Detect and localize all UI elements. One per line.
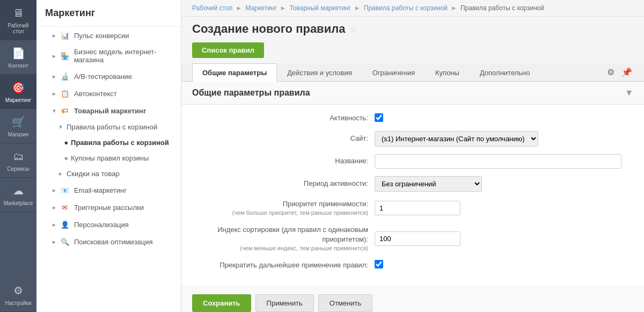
period-select[interactable]: Без ограничений [375, 176, 482, 192]
site-label: Сайт: [192, 134, 375, 143]
tab-extra[interactable]: Дополнительно [470, 63, 540, 82]
marketplace-icon: ☁ [11, 183, 26, 198]
form-row-name: Название: [192, 154, 633, 169]
pulse-icon: 📊 [60, 31, 70, 40]
desktop-icon: 🖥 [11, 5, 26, 20]
site-select[interactable]: (s1) Интернет-магазин (Сайт по умолчанию… [375, 131, 538, 147]
sort-label: Индекс сортировки (для правил с одинаков… [192, 225, 375, 253]
services-icon: 🗂 [11, 149, 26, 164]
nav-item-discounts[interactable]: ► Скидки на товар [36, 166, 181, 182]
sidebar-item-marketing[interactable]: 🎯 Маркетинг [0, 75, 36, 109]
breadcrumb-marketing[interactable]: Маркетинг [245, 4, 276, 12]
tab-actions[interactable]: Действия и условия [277, 63, 362, 82]
activity-checkbox[interactable] [375, 113, 383, 122]
autocontext-icon: 📋 [60, 89, 70, 98]
sidebar-label-desktop: Рабочий стол [3, 23, 34, 34]
breadcrumb-cart-rules[interactable]: Правила работы с корзиной [364, 4, 448, 12]
arrow-icon: ▼ [58, 124, 63, 130]
stop-control [375, 260, 621, 270]
breadcrumb-current: Правила работы с корзиной [460, 4, 544, 12]
sidebar-item-marketplace[interactable]: ☁ Marketplace [0, 178, 36, 212]
stop-checkbox[interactable] [375, 260, 383, 269]
nav-item-autocontext[interactable]: ► 📋 Автоконтекст [36, 85, 181, 102]
nav-item-ab[interactable]: ► 🔬 А/В-тестирование [36, 68, 181, 85]
sidebar-item-desktop[interactable]: 🖥 Рабочий стол [0, 0, 36, 40]
nav-item-trigger-mail[interactable]: ► ✉ Триггерные рассылки [36, 199, 181, 216]
form-row-priority: Приоритет применимости: (чем больше прио… [192, 199, 633, 217]
ab-icon: 🔬 [60, 71, 70, 81]
tab-coupons[interactable]: Купоны [425, 63, 470, 82]
stop-label: Прекратить дальнейшее применение правил: [192, 260, 375, 270]
tab-limits[interactable]: Ограничения [362, 63, 425, 82]
activity-control [375, 113, 621, 124]
shop-icon: 🛒 [11, 114, 26, 129]
section-title: Общие параметры правила [192, 88, 310, 98]
bizmodel-icon: 🏪 [60, 51, 70, 61]
breadcrumb-sep-1: ► [236, 4, 242, 12]
sort-control [375, 231, 621, 246]
nav-item-seo[interactable]: ► 🔍 Поисковая оптимизация [36, 233, 181, 250]
sidebar-item-settings[interactable]: ⚙ Настройки [0, 278, 36, 312]
form-row-period: Период активности: Без ограничений [192, 176, 633, 192]
breadcrumb-sep-2: ► [280, 4, 287, 12]
site-control: (s1) Интернет-магазин (Сайт по умолчанию… [375, 131, 621, 147]
tab-general[interactable]: Общие параметры [192, 63, 277, 82]
breadcrumb: Рабочий стол ► Маркетинг ► Товарный марк… [181, 0, 644, 17]
arrow-icon: ► [58, 171, 63, 177]
name-input[interactable] [375, 154, 621, 169]
form-actions: Сохранить Применить Отменить [181, 286, 644, 312]
arrow-icon: ► [52, 74, 57, 79]
sidebar-item-content[interactable]: 📄 Контент [0, 40, 36, 75]
activity-label: Активность: [192, 113, 375, 123]
breadcrumb-sep-3: ► [354, 4, 361, 12]
cancel-button[interactable]: Отменить [318, 294, 372, 312]
dot-icon: ■ [64, 155, 68, 161]
breadcrumb-product-marketing[interactable]: Товарный маркетинг [289, 4, 350, 12]
nav-tree: Маркетинг ► 📊 Пульс конверсии ► 🏪 Бизнес… [36, 0, 181, 312]
pin-icon[interactable]: 📌 [620, 66, 633, 79]
sidebar-item-shop[interactable]: 🛒 Магазин [0, 109, 36, 143]
collapse-icon[interactable]: ▼ [625, 88, 633, 98]
apply-button[interactable]: Применить [255, 294, 314, 312]
nav-item-pulse[interactable]: ► 📊 Пульс конверсии [36, 27, 181, 44]
nav-item-cart-rules[interactable]: ▼ Правила работы с корзиной [36, 119, 181, 135]
sidebar-label-marketing: Маркетинг [5, 97, 32, 103]
main-content: Рабочий стол ► Маркетинг ► Товарный марк… [181, 0, 644, 312]
product-marketing-icon: 🏷 [60, 106, 70, 115]
period-label: Период активности: [192, 179, 375, 188]
sort-input[interactable] [375, 231, 460, 246]
nav-item-bizmodel[interactable]: ► 🏪 Бизнес модель интернет-магазина [36, 44, 181, 68]
content-panel: Общие параметры правила ▼ Активность: Са… [181, 82, 644, 312]
arrow-icon: ► [52, 91, 57, 97]
arrow-icon: ▼ [52, 108, 57, 114]
sidebar-label-marketplace: Marketplace [4, 200, 33, 206]
gear-icon[interactable]: ⚙ [604, 66, 617, 79]
sidebar-icons: 🖥 Рабочий стол 📄 Контент 🎯 Маркетинг 🛒 М… [0, 0, 36, 312]
nav-item-product-marketing[interactable]: ▼ 🏷 Товарный маркетинг [36, 102, 181, 119]
sidebar-label-shop: Магазин [8, 132, 29, 137]
priority-label: Приоритет применимости: (чем больше прио… [192, 199, 375, 217]
nav-item-cart-rules-sub[interactable]: ■ Правила работы с корзиной [36, 135, 181, 150]
arrow-icon: ► [52, 205, 57, 211]
nav-item-personalize[interactable]: ► 👤 Персонализация [36, 216, 181, 233]
section-header: Общие параметры правила ▼ [181, 82, 644, 105]
tabs-actions: ⚙ 📌 [604, 66, 633, 79]
form-row-stop: Прекратить дальнейшее применение правил: [192, 260, 633, 270]
breadcrumb-desktop[interactable]: Рабочий стол [192, 4, 232, 12]
trigger-icon: ✉ [60, 202, 70, 212]
tabs-bar: Общие параметры Действия и условия Огран… [181, 63, 644, 82]
priority-input[interactable] [375, 201, 460, 215]
arrow-icon: ► [52, 239, 57, 245]
save-button[interactable]: Сохранить [192, 294, 251, 312]
nav-item-email-marketing[interactable]: ► 📧 Email-маркетинг [36, 182, 181, 199]
sidebar-item-services[interactable]: 🗂 Сервисы [0, 143, 36, 178]
form-row-site: Сайт: (s1) Интернет-магазин (Сайт по умо… [192, 131, 633, 147]
form-row-activity: Активность: [192, 113, 633, 124]
form-area: Активность: Сайт: (s1) Интернет-магазин … [181, 105, 644, 286]
toolbar: Список правил [181, 39, 644, 63]
list-rules-button[interactable]: Список правил [192, 42, 264, 58]
content-icon: 📄 [11, 46, 26, 61]
nav-item-coupon-rules[interactable]: ■ Купоны правил корзины [36, 150, 181, 166]
favorite-icon[interactable]: ☆ [349, 23, 358, 35]
dot-icon: ■ [64, 140, 68, 146]
